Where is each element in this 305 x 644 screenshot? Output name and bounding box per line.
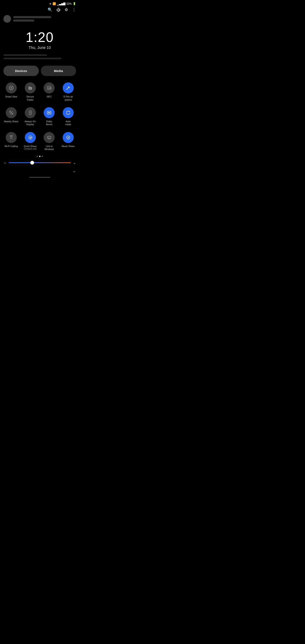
dolby-atmos-icon bbox=[44, 107, 55, 118]
nearby-share-icon bbox=[6, 107, 17, 118]
svg-point-24 bbox=[67, 138, 68, 138]
svg-text:NFC: NFC bbox=[48, 87, 52, 89]
devices-button[interactable]: Devices bbox=[4, 66, 39, 76]
tile-wifi-calling[interactable]: Wi-Fi Calling bbox=[2, 129, 20, 153]
quick-share-label: Quick Share bbox=[24, 145, 37, 148]
tile-s-pen-air[interactable]: S Pen airactions bbox=[59, 80, 77, 104]
music-share-label: Music Share bbox=[62, 145, 75, 148]
brightness-icon: ☼ bbox=[4, 161, 6, 164]
svg-line-16 bbox=[12, 138, 12, 139]
time-section: 1:20 Thu, June 10 bbox=[0, 26, 80, 52]
notification-area bbox=[0, 13, 80, 26]
tile-nfc[interactable]: NFC NFC bbox=[40, 80, 58, 104]
brightness-thumb bbox=[30, 161, 34, 164]
s-pen-air-icon bbox=[63, 82, 74, 94]
tile-music-share[interactable]: Music Share bbox=[59, 129, 77, 153]
nfc-label: NFC bbox=[47, 95, 52, 98]
home-indicator-area bbox=[0, 175, 80, 178]
search-icon[interactable]: 🔍 bbox=[48, 8, 52, 12]
svg-point-25 bbox=[68, 138, 69, 138]
clock-date: Thu, June 10 bbox=[0, 46, 80, 50]
wifi-icon: 📶 bbox=[52, 2, 56, 5]
svg-marker-1 bbox=[11, 87, 12, 89]
svg-point-7 bbox=[66, 89, 67, 90]
nearby-share-label: Nearby Share bbox=[4, 120, 18, 123]
music-share-icon bbox=[63, 132, 74, 143]
pagination-dot-1 bbox=[37, 156, 38, 157]
link-to-windows-icon bbox=[44, 132, 55, 143]
more-options-icon[interactable]: ⋮ bbox=[72, 8, 76, 12]
signal-icon: ▁▃▅▇ bbox=[57, 2, 66, 5]
pagination-dots bbox=[0, 154, 80, 158]
svg-point-4 bbox=[30, 88, 30, 88]
blurred-notif-line bbox=[4, 58, 62, 59]
auto-rotate-label: Autorotate bbox=[65, 120, 71, 126]
notification-body bbox=[13, 20, 34, 22]
quick-share-icon bbox=[25, 132, 36, 143]
home-bar[interactable] bbox=[29, 177, 50, 178]
wifi-calling-label: Wi-Fi Calling bbox=[5, 145, 18, 148]
always-on-display-icon bbox=[25, 107, 36, 118]
brightness-row: ☼ ⌄ bbox=[0, 158, 80, 166]
svg-marker-15 bbox=[66, 114, 67, 114]
secure-folder-icon bbox=[25, 82, 36, 94]
smart-view-label: Smart View bbox=[5, 95, 17, 98]
svg-rect-12 bbox=[48, 112, 49, 113]
wifi-calling-icon bbox=[6, 132, 17, 143]
battery-icon: 🔋 bbox=[73, 2, 76, 5]
tile-smart-view[interactable]: Smart View bbox=[2, 80, 20, 104]
dolby-atmos-label: DolbyAtmos bbox=[46, 120, 52, 126]
quick-tiles-grid: Smart View SecureFolder NFC NFC bbox=[0, 78, 80, 154]
collapse-panel-row: ⌄ bbox=[0, 166, 80, 175]
svg-marker-14 bbox=[70, 111, 70, 112]
notification-item bbox=[4, 15, 76, 23]
battery-indicator: 52% bbox=[66, 2, 72, 5]
pagination-dot-3 bbox=[42, 156, 43, 157]
always-on-display-label: Always OnDisplay bbox=[24, 120, 36, 126]
tile-always-on-display[interactable]: Always OnDisplay bbox=[21, 104, 40, 128]
tile-link-to-windows[interactable]: Link toWindows bbox=[40, 129, 58, 153]
power-icon[interactable]: ⏻ bbox=[56, 8, 60, 12]
clock-time: 1:20 bbox=[0, 30, 80, 45]
brightness-chevron-down-icon[interactable]: ⌄ bbox=[73, 160, 76, 165]
notification-title bbox=[13, 16, 51, 18]
tile-dolby-atmos[interactable]: DolbyAtmos bbox=[40, 104, 58, 128]
link-to-windows-label: Link toWindows bbox=[44, 145, 54, 151]
media-button[interactable]: Media bbox=[41, 66, 76, 76]
nfc-icon: NFC bbox=[44, 82, 55, 94]
devices-media-row: Devices Media bbox=[0, 63, 80, 78]
tile-quick-share[interactable]: Quick Share Contacts only bbox=[21, 129, 40, 153]
tile-secure-folder[interactable]: SecureFolder bbox=[21, 80, 40, 104]
svg-rect-13 bbox=[49, 112, 50, 113]
quick-share-sublabel: Contacts only bbox=[24, 148, 37, 150]
svg-rect-11 bbox=[47, 111, 51, 114]
collapse-panel-icon[interactable]: ⌄ bbox=[72, 168, 76, 174]
notification-avatar bbox=[4, 15, 11, 23]
brightness-slider[interactable] bbox=[9, 162, 71, 163]
tile-nearby-share[interactable]: Nearby Share bbox=[2, 104, 20, 128]
status-icons: ∗ 📶 ▁▃▅▇ 52% 🔋 bbox=[49, 2, 76, 5]
pagination-dot-2 bbox=[39, 156, 40, 157]
blurred-notif-line bbox=[4, 54, 47, 56]
status-bar: ∗ 📶 ▁▃▅▇ 52% 🔋 bbox=[0, 0, 80, 6]
svg-rect-19 bbox=[48, 137, 49, 138]
smart-view-icon bbox=[6, 82, 17, 94]
auto-rotate-icon bbox=[63, 107, 74, 118]
secure-folder-label: SecureFolder bbox=[26, 95, 34, 101]
blurred-notifications bbox=[0, 52, 80, 63]
settings-icon[interactable]: ⚙ bbox=[64, 8, 68, 12]
tile-auto-rotate[interactable]: Autorotate bbox=[59, 104, 77, 128]
s-pen-air-label: S Pen airactions bbox=[64, 95, 73, 101]
bluetooth-icon: ∗ bbox=[49, 2, 52, 5]
quick-panel-toolbar: 🔍 ⏻ ⚙ ⋮ bbox=[0, 6, 80, 13]
